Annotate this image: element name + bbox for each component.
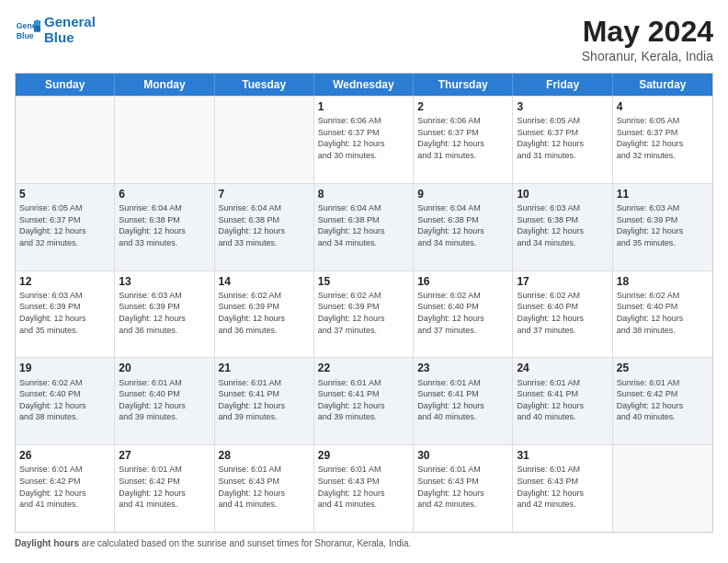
day-info: Sunrise: 6:05 AM Sunset: 6:37 PM Dayligh… bbox=[617, 115, 709, 161]
day-cell: 17Sunrise: 6:02 AM Sunset: 6:40 PM Dayli… bbox=[513, 271, 612, 358]
day-number: 28 bbox=[219, 448, 310, 463]
day-cell: 5Sunrise: 6:05 AM Sunset: 6:37 PM Daylig… bbox=[16, 184, 115, 270]
day-number: 15 bbox=[318, 274, 409, 289]
title-block: May 2024 Shoranur, Kerala, India bbox=[582, 15, 713, 63]
day-info: Sunrise: 6:06 AM Sunset: 6:37 PM Dayligh… bbox=[417, 115, 508, 161]
header-saturday: Saturday bbox=[613, 74, 712, 96]
day-number: 20 bbox=[119, 361, 210, 375]
day-number: 24 bbox=[517, 361, 608, 375]
day-info: Sunrise: 6:02 AM Sunset: 6:40 PM Dayligh… bbox=[517, 290, 608, 336]
logo-line2: Blue bbox=[44, 29, 74, 45]
day-info: Sunrise: 6:01 AM Sunset: 6:43 PM Dayligh… bbox=[318, 464, 409, 510]
week-row-3: 12Sunrise: 6:03 AM Sunset: 6:39 PM Dayli… bbox=[16, 270, 712, 358]
week-row-5: 26Sunrise: 6:01 AM Sunset: 6:42 PM Dayli… bbox=[16, 444, 712, 532]
day-info: Sunrise: 6:01 AM Sunset: 6:41 PM Dayligh… bbox=[517, 377, 608, 423]
logo-icon: General Blue bbox=[15, 17, 40, 43]
header-monday: Monday bbox=[115, 74, 214, 96]
day-info: Sunrise: 6:01 AM Sunset: 6:42 PM Dayligh… bbox=[119, 464, 210, 510]
day-number: 29 bbox=[318, 448, 409, 463]
day-info: Sunrise: 6:01 AM Sunset: 6:41 PM Dayligh… bbox=[219, 377, 310, 423]
day-cell: 25Sunrise: 6:01 AM Sunset: 6:42 PM Dayli… bbox=[613, 358, 712, 444]
day-info: Sunrise: 6:04 AM Sunset: 6:38 PM Dayligh… bbox=[219, 202, 310, 248]
day-cell: 22Sunrise: 6:01 AM Sunset: 6:41 PM Dayli… bbox=[314, 358, 414, 444]
day-number: 9 bbox=[417, 187, 508, 201]
day-cell: 16Sunrise: 6:02 AM Sunset: 6:40 PM Dayli… bbox=[414, 271, 513, 358]
day-cell: 6Sunrise: 6:04 AM Sunset: 6:38 PM Daylig… bbox=[115, 184, 214, 270]
week-row-2: 5Sunrise: 6:05 AM Sunset: 6:37 PM Daylig… bbox=[16, 183, 712, 270]
day-info: Sunrise: 6:02 AM Sunset: 6:39 PM Dayligh… bbox=[318, 290, 409, 336]
day-headers: Sunday Monday Tuesday Wednesday Thursday… bbox=[16, 74, 712, 96]
day-cell: 23Sunrise: 6:01 AM Sunset: 6:41 PM Dayli… bbox=[414, 358, 513, 444]
day-info: Sunrise: 6:04 AM Sunset: 6:38 PM Dayligh… bbox=[318, 202, 409, 248]
weeks: 1Sunrise: 6:06 AM Sunset: 6:37 PM Daylig… bbox=[16, 96, 712, 532]
day-number: 17 bbox=[517, 274, 608, 289]
day-info: Sunrise: 6:02 AM Sunset: 6:40 PM Dayligh… bbox=[617, 290, 709, 336]
day-cell: 27Sunrise: 6:01 AM Sunset: 6:42 PM Dayli… bbox=[115, 445, 214, 532]
svg-text:Blue: Blue bbox=[17, 30, 34, 40]
footer-text: are calculated based on the sunrise and … bbox=[79, 538, 411, 548]
calendar: Sunday Monday Tuesday Wednesday Thursday… bbox=[15, 73, 713, 533]
day-cell: 9Sunrise: 6:04 AM Sunset: 6:38 PM Daylig… bbox=[414, 184, 513, 270]
day-info: Sunrise: 6:06 AM Sunset: 6:37 PM Dayligh… bbox=[318, 115, 409, 161]
day-cell: 19Sunrise: 6:02 AM Sunset: 6:40 PM Dayli… bbox=[16, 358, 115, 444]
day-number: 3 bbox=[517, 99, 608, 114]
day-number: 16 bbox=[417, 274, 508, 289]
header-sunday: Sunday bbox=[16, 74, 115, 96]
day-cell: 1Sunrise: 6:06 AM Sunset: 6:37 PM Daylig… bbox=[314, 97, 414, 183]
day-number: 4 bbox=[617, 99, 709, 114]
day-number: 13 bbox=[119, 274, 210, 289]
day-cell: 28Sunrise: 6:01 AM Sunset: 6:43 PM Dayli… bbox=[215, 445, 314, 532]
day-number: 25 bbox=[617, 361, 709, 375]
day-cell bbox=[16, 97, 115, 183]
day-cell bbox=[115, 97, 214, 183]
day-cell: 4Sunrise: 6:05 AM Sunset: 6:37 PM Daylig… bbox=[613, 97, 712, 183]
day-number: 27 bbox=[119, 448, 210, 463]
header-friday: Friday bbox=[513, 74, 612, 96]
day-info: Sunrise: 6:01 AM Sunset: 6:41 PM Dayligh… bbox=[417, 377, 508, 423]
day-cell bbox=[613, 445, 712, 532]
day-number: 8 bbox=[318, 187, 409, 201]
day-info: Sunrise: 6:01 AM Sunset: 6:43 PM Dayligh… bbox=[219, 464, 310, 510]
day-number: 22 bbox=[318, 361, 409, 375]
day-cell: 14Sunrise: 6:02 AM Sunset: 6:39 PM Dayli… bbox=[215, 271, 314, 358]
header-wednesday: Wednesday bbox=[314, 74, 414, 96]
footer-label: Daylight hours bbox=[15, 538, 79, 548]
day-number: 11 bbox=[617, 187, 709, 201]
week-row-1: 1Sunrise: 6:06 AM Sunset: 6:37 PM Daylig… bbox=[16, 96, 712, 183]
day-number: 10 bbox=[517, 187, 608, 201]
day-cell: 29Sunrise: 6:01 AM Sunset: 6:43 PM Dayli… bbox=[314, 445, 414, 532]
day-info: Sunrise: 6:02 AM Sunset: 6:40 PM Dayligh… bbox=[19, 377, 110, 423]
day-number: 30 bbox=[417, 448, 508, 463]
location: Shoranur, Kerala, India bbox=[582, 49, 713, 63]
week-row-4: 19Sunrise: 6:02 AM Sunset: 6:40 PM Dayli… bbox=[16, 357, 712, 444]
day-info: Sunrise: 6:01 AM Sunset: 6:42 PM Dayligh… bbox=[19, 464, 110, 510]
day-number: 26 bbox=[19, 448, 110, 463]
day-info: Sunrise: 6:03 AM Sunset: 6:39 PM Dayligh… bbox=[617, 202, 709, 248]
day-cell: 18Sunrise: 6:02 AM Sunset: 6:40 PM Dayli… bbox=[613, 271, 712, 358]
day-info: Sunrise: 6:05 AM Sunset: 6:37 PM Dayligh… bbox=[517, 115, 608, 161]
day-info: Sunrise: 6:03 AM Sunset: 6:39 PM Dayligh… bbox=[119, 290, 210, 336]
day-cell: 21Sunrise: 6:01 AM Sunset: 6:41 PM Dayli… bbox=[215, 358, 314, 444]
day-info: Sunrise: 6:02 AM Sunset: 6:39 PM Dayligh… bbox=[219, 290, 310, 336]
day-cell: 24Sunrise: 6:01 AM Sunset: 6:41 PM Dayli… bbox=[513, 358, 612, 444]
day-cell: 15Sunrise: 6:02 AM Sunset: 6:39 PM Dayli… bbox=[314, 271, 414, 358]
day-cell: 11Sunrise: 6:03 AM Sunset: 6:39 PM Dayli… bbox=[613, 184, 712, 270]
day-info: Sunrise: 6:03 AM Sunset: 6:39 PM Dayligh… bbox=[19, 290, 110, 336]
day-number: 1 bbox=[318, 99, 409, 114]
day-cell: 10Sunrise: 6:03 AM Sunset: 6:38 PM Dayli… bbox=[513, 184, 612, 270]
day-info: Sunrise: 6:01 AM Sunset: 6:43 PM Dayligh… bbox=[417, 464, 508, 510]
header-tuesday: Tuesday bbox=[215, 74, 314, 96]
day-number: 23 bbox=[417, 361, 508, 375]
day-cell: 13Sunrise: 6:03 AM Sunset: 6:39 PM Dayli… bbox=[115, 271, 214, 358]
day-info: Sunrise: 6:01 AM Sunset: 6:40 PM Dayligh… bbox=[119, 377, 210, 423]
day-number: 14 bbox=[219, 274, 310, 289]
day-number: 19 bbox=[19, 361, 110, 375]
day-number: 2 bbox=[417, 99, 508, 114]
day-cell: 30Sunrise: 6:01 AM Sunset: 6:43 PM Dayli… bbox=[414, 445, 513, 532]
day-number: 21 bbox=[219, 361, 310, 375]
day-number: 7 bbox=[219, 187, 310, 201]
day-info: Sunrise: 6:01 AM Sunset: 6:43 PM Dayligh… bbox=[517, 464, 608, 510]
day-number: 18 bbox=[617, 274, 709, 289]
logo: General Blue General Blue bbox=[15, 15, 96, 45]
day-cell: 26Sunrise: 6:01 AM Sunset: 6:42 PM Dayli… bbox=[16, 445, 115, 532]
